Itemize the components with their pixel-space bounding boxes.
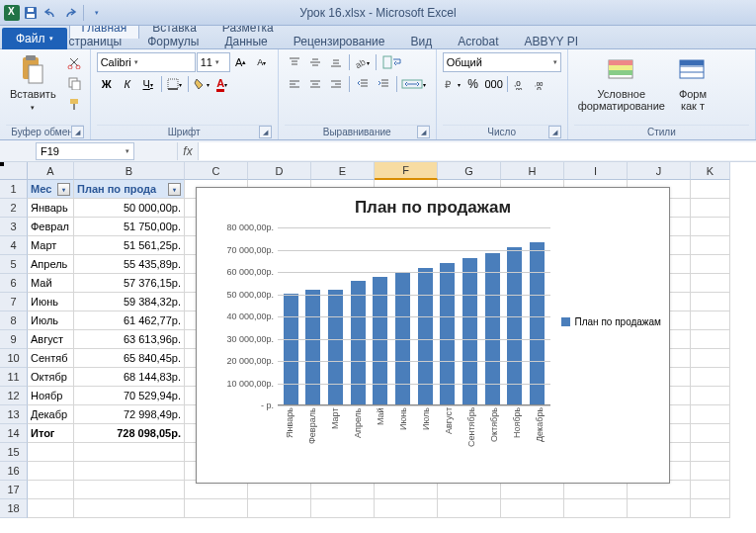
row-header-17[interactable]: 17 [0,481,28,499]
cell-K5[interactable] [691,255,730,274]
conditional-formatting-button[interactable]: Условное форматирование [574,52,669,114]
row-header-15[interactable]: 15 [0,443,28,462]
row-header-10[interactable]: 10 [0,349,28,368]
cell-K17[interactable] [691,481,730,499]
undo-button[interactable] [42,4,59,22]
cell-A4[interactable]: Март [28,236,74,255]
worksheet-grid[interactable]: ABCDEFGHIJK 123456789101112131415161718 … [0,162,756,533]
border-button[interactable]: ▾ [165,74,185,94]
cell-B14[interactable]: 728 098,05р. [74,424,185,443]
align-left-button[interactable] [285,74,304,94]
cell-A8[interactable]: Июль [28,311,74,330]
cell-K11[interactable] [691,368,730,387]
cell-H18[interactable] [501,499,564,518]
cell-B16[interactable] [74,462,185,481]
col-header-F[interactable]: F [375,162,438,180]
cell-K13[interactable] [691,405,730,424]
row-header-6[interactable]: 6 [0,274,28,293]
row-header-12[interactable]: 12 [0,387,28,405]
cell-B17[interactable] [74,481,185,499]
col-header-C[interactable]: C [185,162,248,180]
clipboard-dialog-launcher[interactable]: ◢ [71,126,84,138]
cell-F18[interactable] [375,499,438,518]
cell-A14[interactable]: Итог [28,424,74,443]
cell-J18[interactable] [628,499,691,518]
cell-B2[interactable]: 50 000,00р. [74,199,185,218]
row-header-9[interactable]: 9 [0,330,28,349]
col-header-G[interactable]: G [438,162,501,180]
cell-B11[interactable]: 68 144,83р. [74,368,185,387]
row-header-3[interactable]: 3 [0,218,28,236]
col-header-K[interactable]: K [691,162,730,180]
cell-K2[interactable] [691,199,730,218]
cell-K6[interactable] [691,274,730,293]
col-header-J[interactable]: J [628,162,691,180]
cell-K7[interactable] [691,293,730,311]
cell-A15[interactable] [28,443,74,462]
cell-K3[interactable] [691,218,730,236]
copy-button[interactable] [64,73,84,93]
comma-style-button[interactable]: 000 [484,74,504,94]
align-center-button[interactable] [305,74,325,94]
align-middle-button[interactable] [305,52,325,72]
row-header-4[interactable]: 4 [0,236,28,255]
align-right-button[interactable] [326,74,346,94]
decrease-font-button[interactable]: A▾ [252,52,272,72]
cell-E18[interactable] [311,499,375,518]
decrease-decimal-button[interactable]: ,00,0 [532,74,551,94]
bold-button[interactable]: Ж [97,74,117,94]
format-painter-button[interactable] [64,94,84,114]
cell-K14[interactable] [691,424,730,443]
cell-B10[interactable]: 65 840,45р. [74,349,185,368]
row-header-13[interactable]: 13 [0,405,28,424]
cell-G18[interactable] [438,499,501,518]
accounting-format-button[interactable]: ₽▾ [443,74,462,94]
cell-B3[interactable]: 51 750,00р. [74,218,185,236]
chart-legend[interactable]: План по продажам [561,316,661,327]
row-header-8[interactable]: 8 [0,311,28,330]
align-top-button[interactable] [285,52,304,72]
cell-B15[interactable] [74,443,185,462]
save-button[interactable] [22,4,40,22]
cell-B7[interactable]: 59 384,32р. [74,293,185,311]
cell-B1[interactable]: План по прода▾ [74,180,185,199]
merge-center-button[interactable]: ▾ [400,74,428,94]
filter-btn-b[interactable]: ▾ [168,183,181,196]
cell-A6[interactable]: Май [28,274,74,293]
cell-A5[interactable]: Апрель [28,255,74,274]
cell-K18[interactable] [691,499,730,518]
cell-A3[interactable]: Феврал [28,218,74,236]
cell-B6[interactable]: 57 376,15р. [74,274,185,293]
cell-K8[interactable] [691,311,730,330]
cell-B13[interactable]: 72 998,49р. [74,405,185,424]
increase-font-button[interactable]: A▴ [231,52,251,72]
cell-K1[interactable] [691,180,730,199]
fill-color-button[interactable]: ▾ [192,74,211,94]
font-name-combo[interactable]: Calibri▾ [97,52,196,72]
increase-indent-button[interactable] [374,74,393,94]
cell-A13[interactable]: Декабр [28,405,74,424]
cell-B5[interactable]: 55 435,89р. [74,255,185,274]
percent-button[interactable]: % [463,74,483,94]
insert-function-button[interactable]: fx [177,142,199,160]
chart-object[interactable]: План по продажам - р.10 000,00р.20 000,0… [196,187,670,484]
cell-B18[interactable] [74,499,185,518]
row-header-11[interactable]: 11 [0,368,28,387]
col-header-A[interactable]: A [28,162,74,180]
cell-K9[interactable] [691,330,730,349]
orientation-button[interactable]: ab▾ [353,52,373,72]
cell-K16[interactable] [691,462,730,481]
row-header-2[interactable]: 2 [0,199,28,218]
chart-title[interactable]: План по продажам [197,188,669,222]
redo-button[interactable] [61,4,79,22]
align-bottom-button[interactable] [326,52,346,72]
qat-customize-button[interactable]: ▾ [88,4,106,22]
paste-button[interactable]: Вставить▾ [6,52,60,114]
name-box[interactable]: F19▾ [36,142,134,160]
cell-A7[interactable]: Июнь [28,293,74,311]
cell-B12[interactable]: 70 529,94р. [74,387,185,405]
row-header-7[interactable]: 7 [0,293,28,311]
increase-decimal-button[interactable]: ,0,00 [511,74,531,94]
row-header-16[interactable]: 16 [0,462,28,481]
row-header-5[interactable]: 5 [0,255,28,274]
